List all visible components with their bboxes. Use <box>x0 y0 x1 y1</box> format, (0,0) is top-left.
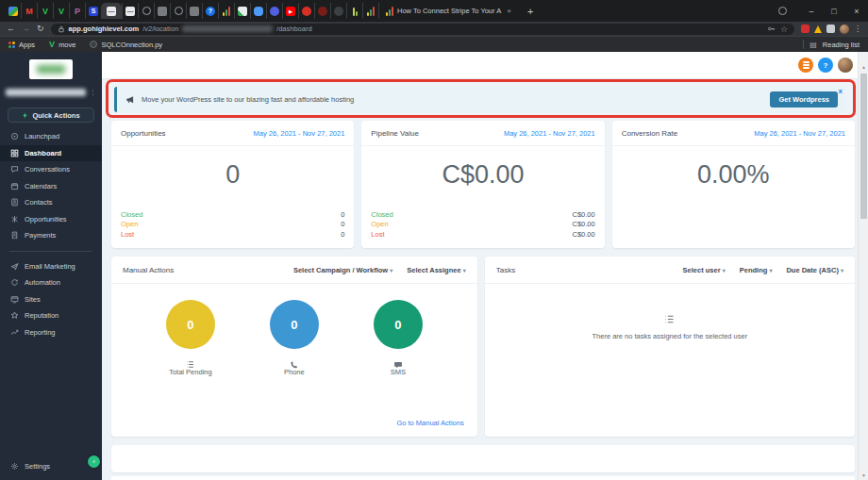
bookmark-label: SQLCOnnection.py <box>101 41 162 49</box>
browser-profile-icon[interactable] <box>778 7 787 15</box>
pinned-tab[interactable] <box>266 3 282 19</box>
pinned-tab[interactable]: V <box>37 3 53 19</box>
pinned-tab[interactable]: S <box>85 3 101 19</box>
sidebar-item-reputation[interactable]: Reputation <box>0 307 102 324</box>
sidebar-item-sites[interactable]: Sites <box>0 291 102 308</box>
reading-list-button[interactable]: Reading list <box>823 41 860 49</box>
date-range-link[interactable]: May 26, 2021 - Nov 27, 2021 <box>754 129 845 138</box>
phone-circle: 0 <box>270 300 319 349</box>
pdf-extension-icon[interactable] <box>801 25 810 33</box>
pinned-tab[interactable] <box>298 3 314 19</box>
s-icon: S <box>89 7 98 16</box>
key-icon[interactable] <box>767 25 776 33</box>
sidebar-item-label: Email Marketing <box>25 262 75 271</box>
pinned-tab[interactable]: M <box>21 3 37 19</box>
chat-icon <box>10 165 19 174</box>
pinned-tab[interactable] <box>330 3 346 19</box>
photos-icon <box>8 7 18 16</box>
drive-extension-icon[interactable] <box>814 25 822 33</box>
close-button[interactable]: × <box>845 7 868 16</box>
conversion-rate-card: Conversion Rate May 26, 2021 - Nov 27, 2… <box>612 121 855 248</box>
sidebar-item-automation[interactable]: Automation <box>0 274 102 291</box>
browser-menu-icon[interactable]: ⋮ <box>854 25 861 33</box>
bookmark-star-icon[interactable]: ☆ <box>780 25 788 34</box>
annotation-highlight-box: Move your WordPress site to our blazing … <box>106 79 856 118</box>
url-bar[interactable]: app.gohighlevel.com/v2/location /dashboa… <box>51 24 794 35</box>
pinned-tab[interactable] <box>234 3 250 19</box>
sidebar-item-payments[interactable]: Payments <box>0 227 102 244</box>
pinned-tab[interactable] <box>346 3 362 19</box>
user-avatar[interactable] <box>838 58 853 73</box>
date-range-link[interactable]: May 26, 2021 - Nov 27, 2021 <box>254 129 345 138</box>
cloud-icon <box>254 7 263 16</box>
chevron-down-icon: ▾ <box>463 268 466 273</box>
sidebar-item-contacts[interactable]: Contacts <box>0 194 102 211</box>
sites-icon <box>10 295 19 304</box>
pipeline-value-card: Pipeline Value May 26, 2021 - Nov 27, 20… <box>361 121 604 248</box>
card-value: 0.00% <box>612 146 855 190</box>
pinned-tab[interactable] <box>362 3 378 19</box>
pinned-tab[interactable] <box>170 3 186 19</box>
sidebar-item-calendars[interactable]: Calendars <box>0 178 102 195</box>
browser-chrome: M V V P S — — ? ▶ How To Connect Stripe … <box>0 0 868 52</box>
new-tab-button[interactable]: + <box>518 6 542 17</box>
pinned-tab[interactable] <box>218 3 234 19</box>
url-path-suffix: /dashboard <box>276 25 312 33</box>
announcements-button[interactable] <box>798 58 813 73</box>
campaign-workflow-dropdown[interactable]: Select Campaign / Workflow ▾ <box>293 266 392 274</box>
sidebar-item-launchpad[interactable]: Launchpad <box>0 128 102 145</box>
sidebar-item-conversations[interactable]: Conversations <box>0 161 102 178</box>
assignee-dropdown[interactable]: Select Assignee ▾ <box>407 266 465 274</box>
sidebar-collapse-button[interactable]: ‹ <box>88 455 100 468</box>
reload-icon[interactable]: ↻ <box>37 25 44 33</box>
pinned-tab[interactable] <box>250 3 266 19</box>
back-icon[interactable]: ← <box>7 25 15 33</box>
select-user-dropdown[interactable]: Select user ▾ <box>683 266 726 274</box>
sidebar-item-email-marketing[interactable]: Email Marketing <box>0 258 102 275</box>
scroll-up-arrow[interactable]: ▲ <box>859 64 868 70</box>
sidebar-item-opportunities[interactable]: Opportunities <box>0 211 102 228</box>
quick-actions-button[interactable]: Quick Actions <box>8 108 94 123</box>
sort-dropdown[interactable]: Due Date (ASC) ▾ <box>786 266 843 274</box>
minimize-button[interactable]: – <box>800 7 823 16</box>
bookmark-apps[interactable]: Apps <box>8 41 35 49</box>
page-scrollbar[interactable]: ▲ ▼ <box>858 52 868 480</box>
active-tab[interactable]: How To Connect Stripe To Your A × <box>378 3 518 19</box>
pinned-tab-active[interactable]: — <box>101 3 122 19</box>
sidebar-item-label: Calendars <box>25 182 57 190</box>
sidebar-item-reporting[interactable]: Reporting <box>0 324 102 341</box>
banner-close-icon[interactable]: x <box>839 87 843 95</box>
help-button[interactable]: ? <box>818 58 833 73</box>
pinned-tab[interactable] <box>138 3 154 19</box>
lightning-icon <box>22 111 28 120</box>
bookmark-move[interactable]: V move <box>49 40 75 49</box>
status-dropdown[interactable]: Pending ▾ <box>740 266 773 274</box>
bookmark-sqlconnection[interactable]: SQLCOnnection.py <box>90 41 162 49</box>
pinned-tab[interactable] <box>186 3 202 19</box>
scroll-down-arrow[interactable]: ▼ <box>859 472 868 478</box>
pinned-tab[interactable]: — <box>122 3 138 19</box>
pinned-tab[interactable] <box>5 3 21 19</box>
browser-avatar[interactable] <box>840 25 849 34</box>
sidebar-item-settings[interactable]: Settings <box>0 458 102 475</box>
go-to-manual-actions-link[interactable]: Go to Manual Actions <box>396 419 463 427</box>
pinned-tab[interactable]: P <box>69 3 85 19</box>
pinned-tab[interactable]: ▶ <box>282 3 298 19</box>
manual-actions-circles: 0 Total Pending 0 Phone 0 SMS <box>111 284 477 376</box>
pinned-tab[interactable]: ? <box>202 3 218 19</box>
location-switcher[interactable]: ⋮ <box>6 86 96 98</box>
calendar-icon <box>10 182 19 190</box>
tab-close-icon[interactable]: × <box>507 7 511 15</box>
get-wordpress-button[interactable]: Get Wordpress <box>770 91 838 108</box>
date-range-link[interactable]: May 26, 2021 - Nov 27, 2021 <box>504 129 595 138</box>
apps-grid-icon <box>8 41 15 48</box>
puzzle-extension-icon[interactable] <box>826 25 835 33</box>
pinned-tab[interactable] <box>154 3 170 19</box>
pinned-tab[interactable]: V <box>53 3 69 19</box>
pinned-tab[interactable] <box>314 3 330 19</box>
sidebar-item-dashboard[interactable]: Dashboard <box>0 145 102 162</box>
app-header: ? <box>102 52 868 79</box>
forward-icon[interactable]: → <box>22 25 30 33</box>
scrollbar-thumb[interactable] <box>860 74 867 219</box>
maximize-button[interactable]: □ <box>823 7 845 16</box>
